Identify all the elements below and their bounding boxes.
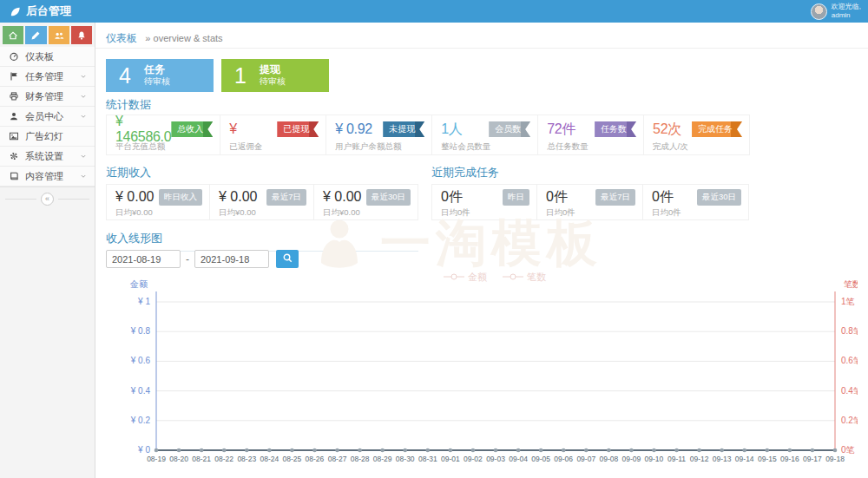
stat-badge: 已提现	[277, 121, 319, 137]
stat-badge: 任务数	[595, 121, 636, 137]
sidebar-item-label: 内容管理	[25, 170, 73, 183]
svg-text:08-27: 08-27	[328, 455, 347, 463]
stat-value: 1人	[441, 121, 462, 139]
sidebar-item-tasks[interactable]: 任务管理	[0, 67, 95, 87]
svg-text:09-15: 09-15	[758, 455, 777, 463]
card-subtitle: 日均¥0.00	[219, 207, 306, 219]
svg-text:0.6笔: 0.6笔	[841, 356, 858, 365]
date-from-input[interactable]	[106, 250, 181, 268]
svg-text:09-18: 09-18	[825, 455, 845, 463]
chevron-down-icon	[79, 172, 88, 180]
gear-icon	[9, 151, 19, 161]
leaf-icon	[9, 5, 22, 18]
sidebar-item-label: 会员中心	[25, 110, 73, 123]
notice-subtitle: 待审核	[144, 75, 170, 88]
stat-card-member-count: 1人会员数整站会员数量	[432, 115, 538, 154]
gauge-icon	[9, 51, 19, 62]
income-card-2: ¥ 0.00最近30日日均¥0.00	[314, 184, 418, 220]
notice-tile-withdraw-pending[interactable]: 1提现待审核	[221, 59, 329, 92]
tasks-card-0: 0件昨日日均0件	[431, 184, 537, 220]
svg-text:09-17: 09-17	[803, 455, 822, 463]
svg-text:09-11: 09-11	[667, 455, 686, 463]
svg-text:08-26: 08-26	[306, 455, 325, 463]
stat-subtitle: 整站会员数量	[441, 141, 530, 153]
sidebar-item-label: 任务管理	[25, 70, 73, 83]
sidebar-item-dashboard[interactable]: 仪表板	[0, 47, 95, 67]
app-title: 后台管理	[26, 3, 71, 19]
svg-text:09-02: 09-02	[464, 455, 483, 463]
search-button[interactable]	[276, 250, 299, 268]
bell-icon-button[interactable]	[71, 26, 92, 44]
chevron-down-icon	[79, 72, 88, 81]
sidebar-item-content[interactable]: 内容管理	[0, 167, 95, 187]
card-subtitle: 日均0件	[546, 207, 635, 219]
svg-text:09-07: 09-07	[576, 455, 595, 463]
svg-text:金额: 金额	[129, 279, 148, 289]
section-title-recent-tasks: 近期完成任务	[431, 165, 749, 186]
svg-text:¥ 0: ¥ 0	[137, 445, 150, 455]
notice-count: 4	[106, 63, 144, 88]
stat-card-task-count: 72件任务数总任务数量	[538, 115, 644, 154]
sidebar-item-label: 财务管理	[25, 90, 73, 103]
stat-value: ¥	[229, 121, 237, 137]
svg-text:0.4笔: 0.4笔	[841, 386, 858, 396]
svg-text:09-01: 09-01	[441, 455, 460, 463]
card-subtitle: 日均0件	[441, 207, 529, 219]
svg-text:09-13: 09-13	[713, 455, 732, 463]
stat-subtitle: 总任务数量	[547, 141, 636, 153]
avatar[interactable]	[811, 3, 827, 20]
card-badge: 昨日收入	[159, 189, 202, 206]
image-icon	[9, 131, 19, 141]
sidebar-item-settings[interactable]: 系统设置	[0, 147, 95, 167]
app-logo[interactable]: 后台管理	[9, 3, 71, 19]
svg-text:¥ 0.8: ¥ 0.8	[130, 326, 151, 336]
card-value: ¥ 0.00	[323, 189, 361, 205]
svg-text:08-19: 08-19	[147, 455, 166, 463]
stat-value: ¥ 146586.0	[115, 114, 171, 145]
chevron-down-icon	[79, 152, 88, 160]
card-value: 0件	[652, 188, 674, 206]
date-to-input[interactable]	[194, 250, 269, 268]
svg-text:0.2笔: 0.2笔	[841, 416, 858, 425]
card-badge: 最近30日	[697, 189, 741, 206]
notice-tile-tasks-pending[interactable]: 4任务待审核	[106, 59, 214, 92]
chevron-down-icon	[79, 92, 88, 101]
home-icon-button[interactable]	[3, 26, 23, 44]
svg-text:0.8笔: 0.8笔	[841, 326, 858, 336]
breadcrumb: 仪表板 » overview & stats	[106, 31, 223, 46]
svg-text:09-14: 09-14	[735, 455, 754, 463]
card-subtitle: 日均0件	[652, 207, 741, 219]
sidebar-item-label: 广告幻灯	[25, 130, 88, 143]
svg-text:09-05: 09-05	[531, 455, 550, 463]
breadcrumb-section-link[interactable]: 仪表板	[106, 32, 137, 44]
admin-dashboard-page: 后台管理 欢迎光临, admin 仪表板任务管理财务管理会员中心广告幻灯系统设置…	[0, 0, 868, 478]
svg-text:08-25: 08-25	[283, 455, 302, 463]
svg-text:09-06: 09-06	[554, 455, 573, 463]
card-value: ¥ 0.00	[115, 189, 154, 205]
svg-text:08-31: 08-31	[418, 455, 437, 463]
pencil-icon-button[interactable]	[25, 26, 46, 44]
users-icon-button[interactable]	[49, 26, 69, 44]
svg-text:09-03: 09-03	[486, 455, 505, 463]
svg-text:08-24: 08-24	[260, 455, 279, 463]
sidebar-menu: 仪表板任务管理财务管理会员中心广告幻灯系统设置内容管理	[0, 47, 95, 187]
sidebar-item-members[interactable]: 会员中心	[0, 107, 95, 127]
card-badge: 最近7日	[266, 189, 306, 206]
svg-text:¥ 0.4: ¥ 0.4	[130, 386, 151, 396]
svg-text:0笔: 0笔	[841, 445, 855, 455]
sidebar-item-ads[interactable]: 广告幻灯	[0, 127, 95, 147]
stat-value: ¥ 0.92	[335, 121, 372, 137]
sidebar-item-finance[interactable]: 财务管理	[0, 87, 95, 107]
flag-icon	[9, 71, 19, 82]
card-badge: 昨日	[503, 189, 529, 206]
card-badge: 最近7日	[595, 189, 635, 206]
user-box[interactable]: 欢迎光临, admin	[811, 3, 861, 20]
notice-subtitle: 待审核	[260, 75, 286, 88]
welcome-text: 欢迎光临, admin	[832, 3, 861, 20]
stat-subtitle: 用户账户余额总额	[335, 141, 424, 153]
notice-title: 任务	[144, 63, 170, 75]
printer-icon	[9, 91, 19, 101]
stat-card-completed-count: 52次完成任务完成人/次	[644, 115, 749, 154]
collapse-sidebar-button[interactable]: «	[41, 193, 54, 206]
chevron-down-icon	[79, 112, 88, 121]
